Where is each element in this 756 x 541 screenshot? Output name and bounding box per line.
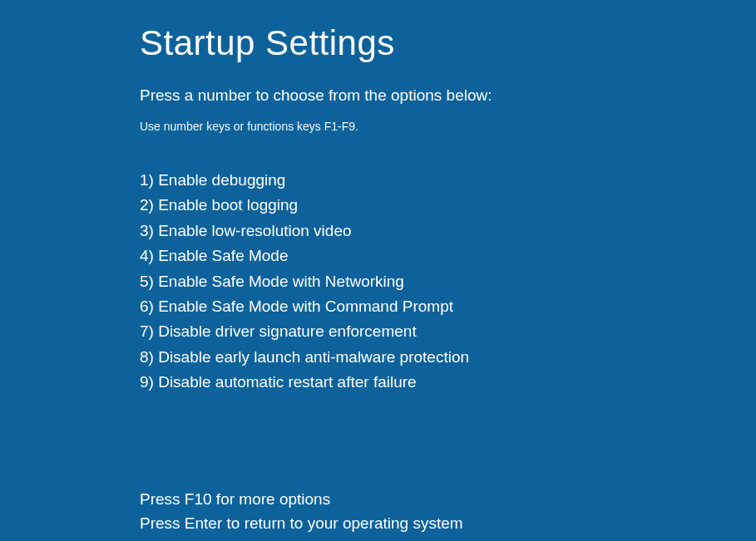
option-enable-safe-mode[interactable]: 4) Enable Safe Mode bbox=[140, 243, 756, 268]
option-disable-early-launch-anti-malware[interactable]: 8) Disable early launch anti-malware pro… bbox=[140, 345, 756, 370]
option-enable-debugging[interactable]: 1) Enable debugging bbox=[140, 168, 756, 193]
option-enable-safe-mode-command-prompt[interactable]: 6) Enable Safe Mode with Command Prompt bbox=[140, 294, 756, 319]
footer-more-options: Press F10 for more options bbox=[140, 487, 756, 511]
instruction-hint: Use number keys or functions keys F1-F9. bbox=[140, 120, 756, 133]
options-list: 1) Enable debugging 2) Enable boot loggi… bbox=[140, 168, 756, 396]
page-title: Startup Settings bbox=[140, 23, 756, 63]
option-enable-low-resolution-video[interactable]: 3) Enable low-resolution video bbox=[140, 219, 756, 243]
option-disable-automatic-restart[interactable]: 9) Disable automatic restart after failu… bbox=[140, 370, 756, 395]
startup-settings-screen: Startup Settings Press a number to choos… bbox=[0, 0, 756, 535]
option-disable-driver-signature-enforcement[interactable]: 7) Disable driver signature enforcement bbox=[140, 319, 756, 344]
option-enable-boot-logging[interactable]: 2) Enable boot logging bbox=[140, 193, 756, 218]
footer-return: Press Enter to return to your operating … bbox=[140, 511, 756, 535]
option-enable-safe-mode-networking[interactable]: 5) Enable Safe Mode with Networking bbox=[140, 269, 756, 294]
instruction-subtitle: Press a number to choose from the option… bbox=[140, 86, 756, 105]
